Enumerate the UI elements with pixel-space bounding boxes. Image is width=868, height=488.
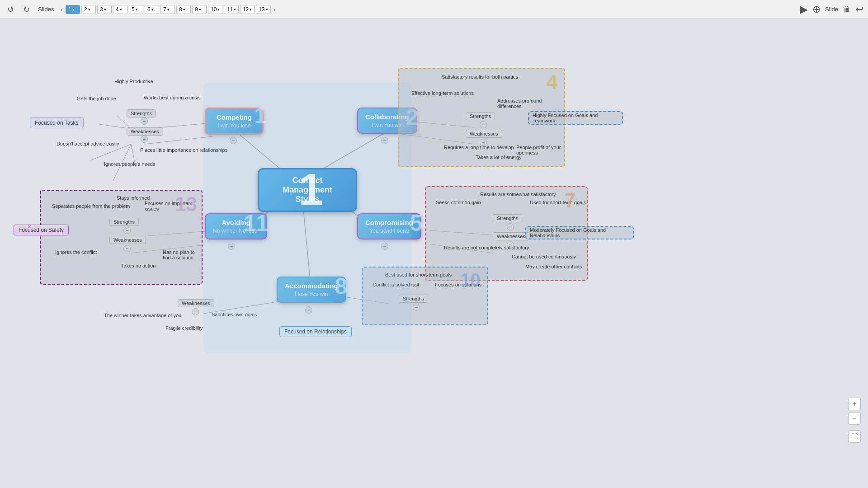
accom-weaknesses-minus[interactable]: − — [192, 308, 199, 315]
slide-13[interactable]: 13▾ — [256, 5, 270, 14]
highly-focused-label[interactable]: Highly Focused on Goals and Teamwork — [528, 111, 623, 125]
competing-crisis: Works best during a crisis — [144, 95, 201, 100]
exit-button[interactable]: ↩ — [855, 4, 863, 15]
slide-6[interactable]: 6▾ — [145, 5, 159, 14]
collab-s1: Satisfactory results for both parties — [442, 74, 518, 80]
toolbar: ↺ ↻ Slides ‹ 1▾ 2▾ 3▾ 4▾ 5▾ 6▾ 7▾ 8▾ 9▾ … — [0, 0, 868, 19]
collab-strengths[interactable]: Strengths — [466, 112, 495, 120]
avoid-s2: Separates people from the problem — [52, 203, 130, 209]
avoid-num: 13 — [175, 193, 197, 216]
comp-s1: Results are somewhat satisfactory — [480, 192, 556, 197]
collab-strengths-minus[interactable]: − — [480, 121, 487, 128]
redo-button[interactable]: ↻ — [20, 4, 33, 15]
comp-w2: Cannot be used continuously — [512, 254, 576, 259]
slides-next[interactable]: › — [272, 6, 277, 13]
slides-nav: ‹ 1▾ 2▾ 3▾ 4▾ 5▾ 6▾ 7▾ 8▾ 9▾ 10▾ 11▾ 12▾… — [59, 5, 277, 14]
accom-w2: The winner takes advantage of you — [104, 313, 181, 318]
canvas: 1 Conflict Management Styles Competing I… — [0, 19, 868, 488]
competing-w3: Ignores people's needs — [104, 161, 155, 167]
collab-w3: Takes a lot of energy — [476, 155, 522, 160]
delete-slide-button[interactable]: 🗑 — [843, 5, 851, 14]
competing-weaknesses-label[interactable]: Weaknesses — [127, 127, 163, 136]
add-slide-button[interactable]: ⊕ — [812, 4, 821, 15]
avoid-w2: Has no plan to find a solution — [163, 249, 202, 260]
avoid-weaknesses[interactable]: Weaknesses — [109, 236, 146, 244]
zoom-controls: + − ⛶ — [848, 398, 861, 443]
accom-strengths-minus[interactable]: − — [413, 304, 420, 311]
avoid-strengths[interactable]: Strengths — [109, 218, 139, 226]
mod-focused-label[interactable]: Moderately Focused on Goals and Relation… — [525, 226, 634, 239]
slides-label: Slides — [38, 6, 54, 13]
comp-num: 7 — [565, 189, 576, 212]
competing-strengths-minus[interactable]: − — [141, 117, 148, 125]
comp-weaknesses[interactable]: Weaknesses — [493, 232, 529, 240]
slide-1[interactable]: 1▾ — [66, 5, 80, 14]
focused-on-tasks[interactable]: Focused on Tasks — [30, 117, 84, 128]
center-bg — [203, 82, 411, 353]
competing-w1: Doesn't accept advice easily — [57, 141, 119, 146]
comp-w1: Results are not completely satisfactory — [444, 245, 529, 250]
slide-text: Slide — [825, 6, 838, 13]
slide-4[interactable]: 4▾ — [113, 5, 127, 14]
slide-3[interactable]: 3▾ — [97, 5, 112, 14]
comp-s2: Seeks common gain — [436, 200, 481, 205]
slide-10[interactable]: 10▾ — [208, 5, 222, 14]
collab-weaknesses[interactable]: Weaknesses — [466, 130, 502, 138]
competing-productive: Highly Productive — [114, 79, 153, 84]
competing-job: Gets the job done — [77, 96, 116, 101]
avoid-w1: Ignores the conflict — [55, 249, 97, 255]
slide-7[interactable]: 7▾ — [160, 5, 175, 14]
comp-strengths-minus[interactable]: − — [507, 223, 514, 230]
play-button[interactable]: ▶ — [800, 4, 808, 15]
safety-num: 2 — [28, 224, 31, 229]
slides-prev[interactable]: ‹ — [59, 6, 64, 13]
comp-strengths[interactable]: Strengths — [493, 214, 522, 222]
fullscreen-button[interactable]: ⛶ — [848, 430, 861, 443]
accom-num: 10 — [461, 270, 481, 290]
svg-line-6 — [145, 136, 212, 144]
focused-on-safety[interactable]: Focused on Safety — [14, 225, 69, 235]
slide-8[interactable]: 8▾ — [176, 5, 191, 14]
zoom-out-button[interactable]: − — [848, 412, 861, 425]
undo-button[interactable]: ↺ — [5, 4, 17, 15]
avoid-s1: Stays informed — [117, 195, 150, 201]
highly-focused-text: Highly Focused on Goals and Teamwork — [533, 113, 618, 123]
svg-line-9 — [90, 144, 131, 160]
slide-2[interactable]: 2▾ — [81, 5, 96, 14]
right-toolbar: ▶ ⊕ Slide 🗑 ↩ — [800, 4, 863, 15]
collab-s2: Effective long-term solutions — [411, 90, 474, 96]
avoid-strengths-minus[interactable]: − — [123, 227, 131, 234]
slide-11[interactable]: 11▾ — [224, 5, 238, 14]
slide-9[interactable]: 9▾ — [192, 5, 207, 14]
accom-w3: Fragile credibility — [165, 325, 203, 331]
mod-focused-text: Moderately Focused on Goals and Relation… — [530, 227, 629, 238]
zoom-in-button[interactable]: + — [848, 398, 861, 410]
collab-num: 4 — [547, 71, 557, 94]
slide-12[interactable]: 12▾ — [240, 5, 255, 14]
collab-s3: Addresses profound differences — [497, 98, 564, 109]
comp-s3: Used for short-term goals — [530, 200, 586, 205]
competing-strengths-label[interactable]: Strengths — [127, 109, 156, 117]
avoiding-panel: Stays informed Separates people from the… — [40, 190, 203, 285]
avoid-w3: Takes no action — [121, 263, 156, 268]
avoid-weaknesses-minus[interactable]: − — [123, 245, 131, 252]
collab-w2: People profit of your openness — [516, 145, 564, 155]
collab-w1: Requires a long time to develop — [444, 145, 514, 150]
comp-w3: May create other conflicts — [525, 264, 582, 269]
competing-weaknesses-minus[interactable]: − — [141, 136, 148, 143]
slide-5[interactable]: 5▾ — [129, 5, 143, 14]
